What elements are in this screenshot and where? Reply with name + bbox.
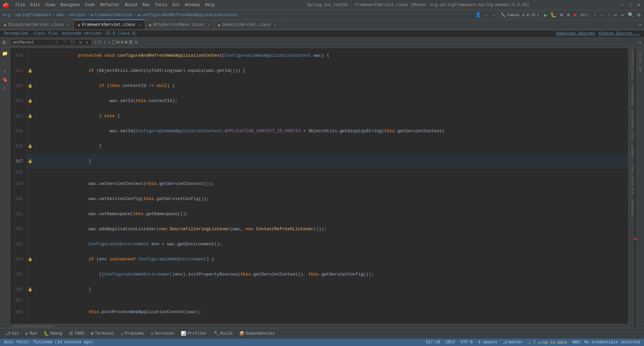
search-case-button[interactable]: Cc	[69, 40, 76, 45]
menu-file[interactable]: File	[13, 2, 27, 8]
tab-httpservletbean[interactable]: ◆ HttpServletBean.class ✕	[145, 20, 214, 30]
user-icon[interactable]: 👤	[474, 11, 482, 18]
breadcrumb-class[interactable]: FrameworkServlet	[94, 13, 133, 17]
window-controls[interactable]: ─ □ ✕	[620, 2, 641, 8]
breadcrumb-org[interactable]: org	[3, 13, 10, 17]
undo-icon[interactable]: ↩	[613, 11, 618, 18]
git-branch-label: master	[508, 340, 523, 345]
search-nav-icons[interactable]: ↑ ↓ □ ⊞ ⊟ ⊠ ☰	[103, 40, 133, 46]
search-global-icon[interactable]: 🔍	[627, 11, 635, 18]
breadcrumb-servlet[interactable]: servlet	[69, 13, 86, 17]
choose-sources-link[interactable]: Choose Sources...	[599, 31, 640, 36]
sidebar-structure-icon[interactable]: ≡	[1, 84, 9, 92]
search-clear-button[interactable]: ✕	[54, 40, 59, 45]
settings-icon[interactable]: ⚙	[637, 11, 641, 18]
download-sources-link[interactable]: Download Sources	[556, 31, 595, 36]
search-star-button[interactable]: ★	[85, 40, 90, 45]
tab-close-framework[interactable]: ✕	[139, 23, 141, 27]
run-button[interactable]: ▶	[544, 12, 547, 18]
tab-frameworkservlet[interactable]: ◆ FrameworkServlet.class ✕	[74, 19, 145, 30]
debug-tool-button[interactable]: 🐛 Debug	[41, 330, 65, 337]
git-check2[interactable]: ✓	[599, 11, 604, 18]
maximize-button[interactable]: □	[628, 2, 633, 8]
coverage-icon[interactable]: ⊞	[559, 11, 564, 18]
nav-forward-icon[interactable]: →	[491, 12, 495, 18]
menu-bar[interactable]: File Edit View Navigate Code Refactor Bu…	[13, 2, 217, 8]
search-option1-icon[interactable]: ⊞	[117, 40, 120, 46]
profiler-tool-button[interactable]: 📊 Profiler	[178, 330, 210, 337]
search-filter-icon[interactable]: ▽	[135, 40, 138, 45]
sidebar-bookmarks-icon[interactable]: 🔖	[1, 76, 9, 84]
stop-icon[interactable]: ■	[573, 12, 578, 18]
charset-status[interactable]: UTF-8	[459, 340, 474, 345]
search-next-icon[interactable]: ↓	[108, 40, 111, 46]
menu-navigate[interactable]: Navigate	[58, 2, 82, 8]
position-status[interactable]: 317:10	[424, 340, 441, 345]
menu-window[interactable]: Window	[183, 2, 202, 8]
menu-refactor[interactable]: Refactor	[98, 2, 122, 8]
search-option2-icon[interactable]: ⊟	[121, 40, 123, 46]
search-option4-icon[interactable]: ☰	[129, 40, 133, 46]
scrollbar-thumb[interactable]	[13, 325, 53, 327]
search-input[interactable]	[12, 40, 53, 45]
tab-dispatcherservlet[interactable]: ◆ DispatcherServlet.class ✕	[0, 20, 74, 30]
tab-close-generic[interactable]: ✕	[274, 23, 276, 27]
breadcrumb-web[interactable]: web	[56, 13, 64, 17]
info-links[interactable]: Download Sources Choose Sources...	[556, 31, 640, 36]
nav-icons[interactable]: 👤 ← → 🔧 Tomcat 9.0.75 ▾ ▶ 🐛 ⊞ ⊕ ■ Git: ✓…	[474, 11, 641, 18]
git-check1[interactable]: ✓	[592, 11, 597, 18]
search-close-button[interactable]: ✕	[639, 40, 641, 45]
search-prev-icon[interactable]: ↑	[103, 40, 107, 46]
code-scroll[interactable]: 310 protected void configureAndRefreshWe…	[10, 48, 628, 324]
todo-tool-label: TODO	[74, 331, 84, 336]
problems-tool-button[interactable]: ⚠ Problems	[118, 330, 147, 337]
tabs-overflow[interactable]: ⋯	[636, 20, 644, 30]
redo-icon[interactable]: ↪	[620, 11, 625, 18]
sidebar-project-icon[interactable]: 📁	[1, 49, 9, 57]
menu-build[interactable]: Build	[123, 2, 139, 8]
todo-tool-button[interactable]: ☰ TODO	[66, 330, 87, 337]
horizontal-scrollbar[interactable]	[10, 324, 628, 328]
menu-code[interactable]: Code	[83, 2, 97, 8]
crlf-status[interactable]: CRLF	[444, 340, 457, 345]
nav-back-icon[interactable]: ←	[484, 12, 489, 18]
sidebar-commit-icon[interactable]: ✓	[1, 58, 9, 66]
more-actions-icon[interactable]: ⊕	[566, 11, 571, 18]
breadcrumb-springframework[interactable]: springframework	[15, 13, 51, 17]
menu-git[interactable]: Git	[170, 2, 182, 8]
indent-status[interactable]: 4 spaces	[477, 340, 499, 345]
run-tool-button[interactable]: ▶ Run	[23, 330, 40, 337]
search-regex-button[interactable]: .*	[60, 40, 68, 45]
menu-tools[interactable]: Tools	[153, 2, 169, 8]
git-branch-status[interactable]: ⎇ master	[501, 340, 524, 345]
menu-help[interactable]: Help	[203, 2, 217, 8]
tab-close-httpservlet[interactable]: ✕	[207, 23, 210, 27]
debug-icon[interactable]: 🐛	[549, 11, 557, 18]
left-sidebar: 📁 ✓ ⇅ 🔖 ≡	[0, 48, 10, 328]
dependencies-tool-button[interactable]: 📦 Dependencies	[236, 330, 277, 337]
minimize-button[interactable]: ─	[620, 2, 625, 8]
menu-run[interactable]: Run	[140, 2, 152, 8]
services-tool-label: Services	[155, 331, 174, 336]
menu-view[interactable]: View	[44, 2, 57, 8]
tab-genericservlet[interactable]: ◆ GenericServlet.class ✕	[214, 20, 280, 30]
tab-close-dispatcher[interactable]: ✕	[67, 23, 69, 27]
menu-edit[interactable]: Edit	[29, 2, 42, 8]
terminal-tool-button[interactable]: ⊞ Terminal	[88, 330, 117, 337]
build-tool-button[interactable]: 🔨 Build	[211, 330, 235, 337]
services-tool-button[interactable]: ⚙ Services	[148, 330, 177, 337]
search-input-wrap[interactable]: ✕ .* Cc W ★	[10, 39, 92, 46]
close-button[interactable]: ✕	[636, 2, 641, 8]
search-option3-icon[interactable]: ⊠	[125, 40, 127, 46]
search-expand-icon[interactable]: □	[112, 40, 116, 46]
git-push[interactable]: ↑	[606, 12, 611, 18]
line-content: this.postProcessWebApplicationContext(wa…	[34, 304, 628, 319]
aws-status[interactable]: AWS: No credentials selected	[571, 340, 641, 345]
sidebar-pullreq-icon[interactable]: ⇅	[1, 67, 9, 75]
search-word-button[interactable]: W	[78, 40, 83, 45]
runner-selector[interactable]: 🔧 Tomcat 9.0.75 ▾	[498, 12, 542, 18]
warnings-status[interactable]: ⚠ 7 △/up-to-date	[527, 340, 568, 345]
aws-toolkit-label[interactable]: AWS Toolkit	[639, 48, 642, 74]
git-tool-button[interactable]: ⎇ Git	[3, 330, 22, 337]
breadcrumb-method[interactable]: configureAndRefreshWebApplicationContext	[142, 13, 238, 17]
